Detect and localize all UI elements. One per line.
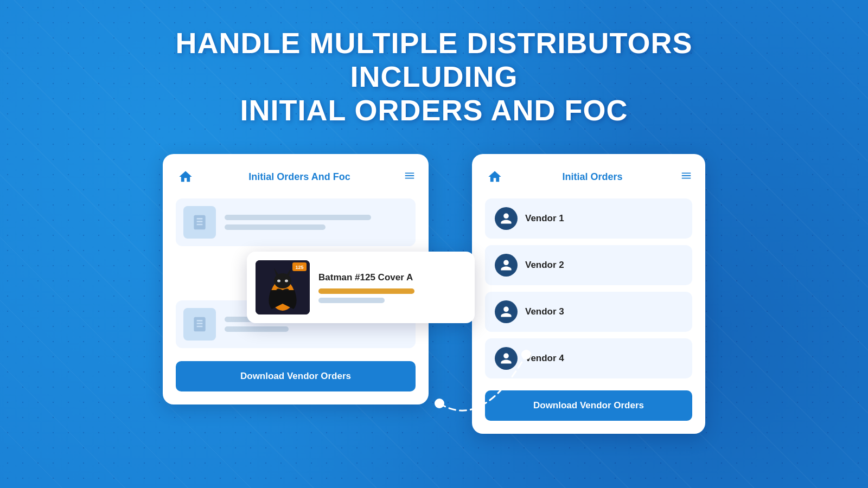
left-home-icon <box>176 167 195 187</box>
line-2 <box>225 224 326 230</box>
batman-title: Batman #125 Cover A <box>318 272 466 283</box>
vendor-item-2[interactable]: Vendor 2 <box>485 245 692 285</box>
vendor-1-avatar <box>495 207 518 230</box>
panels-area: Initial Orders And Foc <box>163 154 705 434</box>
left-download-button[interactable]: Download Vendor Orders <box>176 361 416 391</box>
right-panel-title: Initial Orders <box>511 171 674 183</box>
line-1 <box>225 215 371 220</box>
vendor-item-4[interactable]: Vendor 4 <box>485 338 692 378</box>
svg-point-7 <box>277 280 280 282</box>
batman-info: Batman #125 Cover A <box>318 272 466 303</box>
batman-card: 125 Batman #125 Cover A <box>247 252 475 323</box>
vendor-2-name: Vendor 2 <box>525 260 564 271</box>
book-item-1 <box>176 198 416 246</box>
svg-point-8 <box>285 280 288 282</box>
right-panel: Initial Orders Vendor 1 <box>472 154 705 434</box>
vendor-item-1[interactable]: Vendor 1 <box>485 198 692 239</box>
book-lines-1 <box>225 215 408 230</box>
right-download-button[interactable]: Download Vendor Orders <box>485 390 692 421</box>
left-panel-header: Initial Orders And Foc <box>176 167 416 187</box>
left-menu-icon[interactable] <box>404 170 416 184</box>
vendor-3-avatar <box>495 300 518 323</box>
vendor-item-3[interactable]: Vendor 3 <box>485 292 692 332</box>
svg-text:125: 125 <box>295 265 303 270</box>
right-panel-header: Initial Orders <box>485 167 692 187</box>
vendor-1-name: Vendor 1 <box>525 213 564 224</box>
heading-line2: INITIAL ORDERS AND FOC <box>108 93 760 127</box>
heading-line1: HANDLE MULTIPLE DISTRIBUTORS INCLUDING <box>108 26 760 93</box>
right-menu-icon[interactable] <box>680 170 692 184</box>
batman-image: 125 <box>256 260 310 314</box>
right-home-icon <box>485 167 505 187</box>
left-panel-title: Initial Orders And Foc <box>202 171 397 183</box>
vendor-3-name: Vendor 3 <box>525 306 564 317</box>
vendor-4-avatar <box>495 347 518 370</box>
vendor-4-name: Vendor 4 <box>525 353 564 364</box>
book-thumb-1 <box>183 206 216 239</box>
vendor-2-avatar <box>495 254 518 277</box>
svg-point-11 <box>435 399 444 408</box>
line-4 <box>225 326 289 332</box>
main-heading: HANDLE MULTIPLE DISTRIBUTORS INCLUDING I… <box>108 26 760 127</box>
book-thumb-2 <box>183 308 216 341</box>
